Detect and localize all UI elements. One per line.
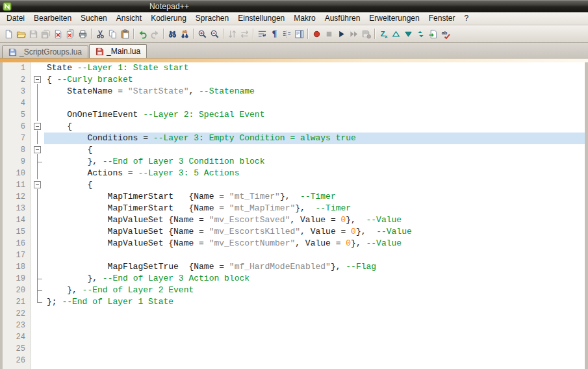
- code-line[interactable]: MapTimerStart {Name = "mt_MapTimer"}, --…: [44, 203, 585, 214]
- spell-check-button[interactable]: ab: [439, 28, 451, 40]
- indent-guide-button[interactable]: [281, 28, 292, 40]
- code-line[interactable]: [44, 320, 585, 331]
- code-line[interactable]: MapValueSet {Name = "mv_EscortsKilled", …: [44, 226, 585, 238]
- menu-item-ansicht[interactable]: Ansicht: [112, 12, 146, 25]
- open-file-button[interactable]: [15, 28, 27, 40]
- notepadpp-app-icon[interactable]: [3, 2, 12, 11]
- menu-item-makro[interactable]: Makro: [289, 12, 320, 25]
- menu-item-ausfuehren[interactable]: Ausführen: [320, 12, 365, 25]
- fold-collapse-icon[interactable]: [34, 123, 41, 130]
- sync-scroll-horizontal-icon: [240, 29, 249, 39]
- svg-text:ab: ab: [182, 29, 187, 34]
- code-line[interactable]: MapValueSet {Name = "mv_EscortSaved", Va…: [44, 214, 585, 226]
- word-wrap-button[interactable]: [256, 28, 268, 40]
- code-line[interactable]: Actions = --Layer 3: 5 Actions: [44, 168, 585, 179]
- menu-item-bearbeiten[interactable]: Bearbeiten: [29, 12, 76, 25]
- fold-collapse-icon[interactable]: [34, 181, 41, 188]
- editor-line-18: 18 MapFlagSetTrue {Name = "mf_HardModeEn…: [3, 261, 585, 273]
- code-line[interactable]: { --Curly bracket: [44, 74, 585, 86]
- new-file-button[interactable]: [3, 28, 14, 40]
- cut-button[interactable]: [94, 28, 106, 40]
- fold-margin-cell: [31, 109, 44, 121]
- code-line[interactable]: [44, 343, 585, 355]
- editor-area[interactable]: 1State --Layer 1: State start2{ --Curly …: [0, 62, 588, 369]
- replace-button[interactable]: ab: [179, 28, 190, 40]
- menu-item-sprachen[interactable]: Sprachen: [191, 12, 233, 25]
- code-line[interactable]: [44, 355, 585, 366]
- notepadpp-window: Notepad++ DateiBearbeitenSuchenAnsichtKo…: [0, 0, 588, 369]
- unfold-all-button[interactable]: [402, 28, 414, 40]
- paste-button[interactable]: [119, 28, 131, 40]
- toolbar-separator: [163, 29, 164, 39]
- editor-line-15: 15 MapValueSet {Name = "mv_EscortsKilled…: [3, 226, 585, 238]
- code-line[interactable]: MapTimerStart {Name = "mt_Timer"}, --Tim…: [44, 191, 585, 203]
- menu-item-datei[interactable]: Datei: [2, 12, 29, 25]
- save-file-icon: [29, 29, 38, 39]
- line-number: 8: [3, 144, 31, 156]
- fold-collapse-icon[interactable]: [34, 76, 41, 83]
- code-line[interactable]: [44, 331, 585, 343]
- editor-line-23: 23: [3, 320, 585, 331]
- print-button[interactable]: [77, 28, 88, 40]
- tabbar-accent-strip: [0, 58, 588, 62]
- zoom-in-button[interactable]: [196, 28, 208, 40]
- code-line[interactable]: {: [44, 121, 585, 133]
- compare-button[interactable]: [415, 28, 426, 40]
- menu-item-fenster[interactable]: Fenster: [424, 12, 460, 25]
- editor-line-13: 13 MapTimerStart {Name = "mt_MapTimer"},…: [3, 203, 585, 214]
- tab-label: _Main.lua: [107, 47, 140, 56]
- fold-all-button[interactable]: [390, 28, 402, 40]
- fold-collapse-icon[interactable]: [34, 146, 41, 153]
- document-map-button[interactable]: [293, 28, 305, 40]
- textfx-button[interactable]: Z: [377, 28, 389, 40]
- undo-button[interactable]: [136, 28, 148, 40]
- close-file-button[interactable]: [52, 28, 64, 40]
- code-line[interactable]: }, --End of Layer 3 Condition block: [44, 156, 585, 168]
- fold-margin-cell: [31, 203, 44, 214]
- editor-line-26: 26: [3, 355, 585, 366]
- show-all-characters-icon: ¶: [270, 29, 279, 39]
- play-macro-icon: [337, 29, 346, 39]
- show-all-characters-button[interactable]: ¶: [268, 28, 280, 40]
- code-line[interactable]: State --Layer 1: State start: [44, 62, 585, 74]
- menu-item-hilfe[interactable]: ?: [459, 12, 473, 25]
- new-file-icon: [4, 29, 14, 39]
- code-line[interactable]: MapValueSet {Name = "mv_EscortNumber", V…: [44, 238, 585, 249]
- menu-item-erweiterungen[interactable]: Erweiterungen: [364, 12, 424, 25]
- save-all-button: [40, 28, 51, 40]
- code-line[interactable]: StateName = "StartState", --Statename: [44, 86, 585, 97]
- menu-bar: DateiBearbeitenSuchenAnsichtKodierungSpr…: [0, 12, 588, 25]
- menu-item-einstellungen[interactable]: Einstellungen: [233, 12, 289, 25]
- code-line[interactable]: Conditions = --Layer 3: Empty Condition …: [44, 133, 585, 144]
- code-line[interactable]: MapFlagSetTrue {Name = "mf_HardModeEnabl…: [44, 261, 585, 273]
- menu-item-suchen[interactable]: Suchen: [76, 12, 112, 25]
- zoom-out-button[interactable]: [209, 28, 220, 40]
- fold-margin-cell: [31, 191, 44, 203]
- code-line[interactable]: }, --End of Layer 2 Event: [44, 285, 585, 296]
- copy-button[interactable]: [107, 28, 118, 40]
- menu-item-kodierung[interactable]: Kodierung: [146, 12, 191, 25]
- tab-main-lua[interactable]: _Main.lua: [89, 44, 147, 58]
- export-button[interactable]: [427, 28, 439, 40]
- code-line[interactable]: {: [44, 179, 585, 191]
- close-all-button[interactable]: [64, 28, 76, 40]
- find-button[interactable]: [166, 28, 178, 40]
- line-number: 18: [3, 261, 31, 273]
- code-line[interactable]: [44, 97, 585, 109]
- editor-line-19: 19 }, --End of Layer 3 Action block: [3, 273, 585, 285]
- editor-line-20: 20 }, --End of Layer 2 Event: [3, 285, 585, 296]
- fold-margin-cell: [31, 97, 44, 109]
- fold-margin-cell: [31, 168, 44, 179]
- tab-scriptgroups-lua[interactable]: _ScriptGroups.lua: [2, 45, 88, 58]
- code-line[interactable]: }, --End of Layer 3 Action block: [44, 273, 585, 285]
- code-line[interactable]: [44, 249, 585, 261]
- code-line[interactable]: OnOneTimeEvent --Layer 2: Special Event: [44, 109, 585, 121]
- code-line[interactable]: {: [44, 144, 585, 156]
- code-line[interactable]: [44, 308, 585, 320]
- fold-margin-cell: [31, 238, 44, 249]
- print-icon: [78, 29, 88, 39]
- record-macro-button[interactable]: [311, 28, 322, 40]
- play-macro-button[interactable]: [335, 28, 347, 40]
- record-macro-icon: [312, 29, 322, 39]
- code-line[interactable]: }; --End of Layer 1 State: [44, 296, 585, 308]
